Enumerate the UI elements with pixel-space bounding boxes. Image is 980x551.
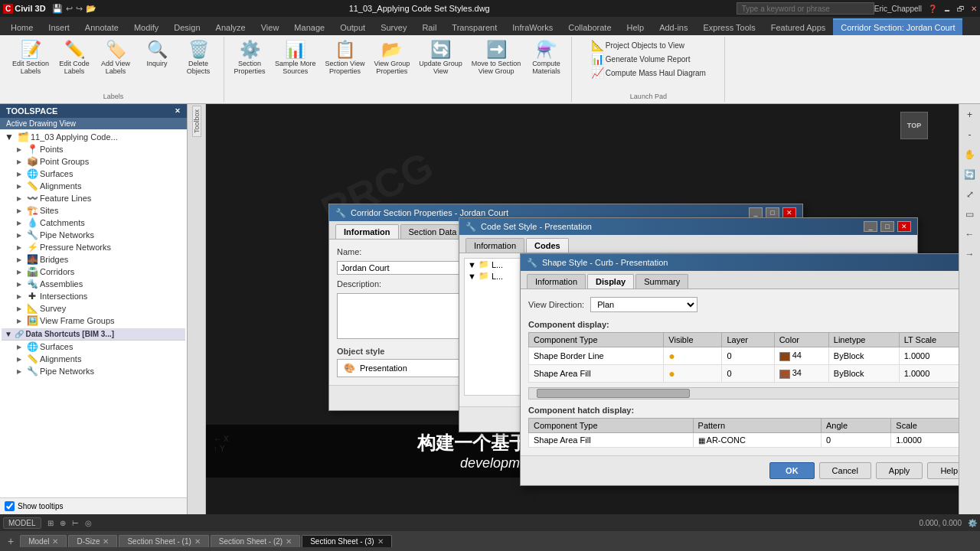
tree-item-view-frames[interactable]: ▶ 🖼️ View Frame Groups [2,315,185,327]
shape-ok-btn[interactable]: OK [769,462,815,479]
codeset-maximize[interactable]: □ [880,221,894,232]
tree-item-surfaces[interactable]: ▶ 🌐 Surfaces [2,168,185,180]
shape-tab-information[interactable]: Information [527,274,586,289]
tab-modify[interactable]: Modify [126,18,166,35]
ortho-icon[interactable]: ⊢ [72,519,79,527]
tab-home[interactable]: Home [3,18,41,35]
shape-tab-display[interactable]: Display [587,274,634,289]
shape-tab-summary[interactable]: Summary [635,274,688,289]
color-swatch-border[interactable] [779,352,790,361]
shape-apply-btn[interactable]: Apply [876,462,923,479]
undo-icon[interactable]: ↩ [66,4,73,14]
properties-icon[interactable]: ⚙️ [968,519,977,527]
tab-infraworks[interactable]: InfraWorks [505,18,560,35]
tree-item-alignments[interactable]: ▶ 📏 Alignments [2,180,185,192]
comp-row-area-fill[interactable]: Shape Area Fill ● 0 34 ByBlock 1.0000 [529,365,959,383]
tab-design[interactable]: Design [166,18,207,35]
right-btn-next[interactable]: → [961,245,979,263]
nav-cube[interactable]: TOP [900,112,928,139]
close-icon[interactable]: ✕ [971,5,977,13]
tree-item-pipe-networks[interactable]: ▶ 🔧 Pipe Networks [2,229,185,241]
codeset-minimize[interactable]: _ [864,221,877,232]
tab-section-3[interactable]: Section Sheet - (3) ✕ [302,535,391,547]
tab-view[interactable]: View [253,18,287,35]
compute-haul-btn[interactable]: 📈 Compute Mass Haul Diagram [589,66,708,80]
tab-section-2[interactable]: Section Sheet - (2) ✕ [211,535,300,547]
corridor-tab-information[interactable]: Information [335,224,399,239]
right-btn-zoom-in[interactable]: + [961,106,979,124]
tree-item-catchments[interactable]: ▶ 💧 Catchments [2,217,185,229]
new-tab-icon[interactable]: + [3,533,18,549]
tab-analyze[interactable]: Analyze [208,18,253,35]
tab-dsize[interactable]: D-Size ✕ [68,535,117,547]
tree-item-survey[interactable]: ▶ 📐 Survey [2,302,185,315]
tab-manage[interactable]: Manage [286,18,332,35]
right-btn-previous[interactable]: ← [961,225,979,243]
maximize-icon[interactable]: 🗗 [957,5,965,13]
tab-model[interactable]: Model ✕ [20,535,67,547]
codeset-tab-information[interactable]: Information [466,238,524,253]
right-btn-zoom-out[interactable]: - [961,126,979,144]
tree-item-assemblies[interactable]: ▶ 🔩 Assemblies [2,278,185,290]
tab-addins[interactable]: Add-ins [652,18,695,35]
sample-more-btn[interactable]: 📊 Sample MoreSources [272,38,319,77]
show-tooltips-row[interactable]: Show tooltips [0,497,187,514]
tab-express[interactable]: Express Tools [695,18,763,35]
tree-item-points[interactable]: ▶ 📍 Points [2,143,185,155]
section-properties-btn[interactable]: ⚙️ SectionProperties [230,38,269,77]
tab-corridor-section[interactable]: Corridor Section: Jordan Court [833,18,962,35]
tree-item-ds-surfaces[interactable]: ▶ 🌐 Surfaces [2,341,185,353]
edit-section-labels-btn[interactable]: 📝 Edit SectionLabels [9,38,52,77]
tree-item-drawing[interactable]: ▼ 🗂️ 11_03 Applying Code... [2,131,185,143]
tab-featured[interactable]: Featured Apps [763,18,834,35]
compute-btn[interactable]: ⚗️ ComputeMaterials [527,38,565,77]
section-view-prop-btn[interactable]: 📋 Section ViewProperties [322,38,368,77]
save-icon[interactable]: 💾 [52,4,63,14]
tree-item-feature-lines[interactable]: ▶ 〰️ Feature Lines [2,192,185,204]
tree-item-corridors[interactable]: ▶ 🛣️ Corridors [2,266,185,278]
shape-cancel-btn[interactable]: Cancel [819,462,871,479]
delete-objects-btn[interactable]: 🗑️ DeleteObjects [179,38,217,77]
project-objects-btn[interactable]: 📐 Project Objects to View [589,38,708,52]
tree-item-sites[interactable]: ▶ 🏗️ Sites [2,204,185,217]
tab-output[interactable]: Output [332,18,373,35]
generate-volume-btn[interactable]: 📊 Generate Volume Report [589,52,708,66]
tab-section-1[interactable]: Section Sheet - (1) ✕ [119,535,208,547]
tab-rail[interactable]: Rail [414,18,444,35]
tab-section-3-close[interactable]: ✕ [377,537,384,546]
edit-code-labels-btn[interactable]: ✏️ Edit CodeLabels [55,38,93,77]
open-icon[interactable]: 📂 [86,4,96,14]
right-btn-orbit[interactable]: 🔄 [961,165,979,184]
tab-collaborate[interactable]: Collaborate [560,18,619,35]
tree-item-point-groups[interactable]: ▶ 📦 Point Groups [2,155,185,168]
help-icon[interactable]: ❓ [928,5,937,13]
right-btn-window[interactable]: ▭ [961,205,979,223]
model-btn[interactable]: MODEL [3,517,41,529]
tab-section-1-close[interactable]: ✕ [194,537,201,546]
inquiry-btn[interactable]: 🔍 Inquiry [138,38,176,77]
corridor-dialog-minimize[interactable]: _ [749,207,763,218]
tree-item-intersections[interactable]: ▶ ✚ Intersections [2,290,185,302]
tab-help[interactable]: Help [619,18,652,35]
codeset-close[interactable]: ✕ [897,221,911,232]
horizontal-scrollbar[interactable]: ▶ [528,387,959,399]
toolbox-label[interactable]: Toolbox [192,106,201,137]
comp-row-border-line[interactable]: Shape Border Line ● 0 44 ByBlock 1.0000 [529,347,959,365]
codeset-tab-codes[interactable]: Codes [526,238,569,253]
move-section-btn[interactable]: ➡️ Move to SectionView Group [469,38,524,77]
tree-item-bridges[interactable]: ▶ 🌉 Bridges [2,253,185,266]
minimize-icon[interactable]: 🗕 [943,5,951,13]
snap-icon[interactable]: ⊕ [60,519,66,527]
tab-transparent[interactable]: Transparent [444,18,505,35]
tab-section-2-close[interactable]: ✕ [286,537,292,546]
show-tooltips-checkbox[interactable] [5,501,15,511]
view-group-prop-btn[interactable]: 📂 View GroupProperties [371,38,413,77]
tab-insert[interactable]: Insert [41,18,77,35]
toolspace-close-icon[interactable]: ✕ [175,107,181,115]
add-view-labels-btn[interactable]: 🏷️ Add ViewLabels [96,38,135,77]
scrollbar-thumb[interactable] [537,389,690,398]
tab-dsize-close[interactable]: ✕ [103,537,109,546]
color-swatch-fill[interactable] [779,370,790,379]
shape-help-btn[interactable]: Help [927,462,959,479]
top-view-btn[interactable]: TOP [900,112,928,139]
